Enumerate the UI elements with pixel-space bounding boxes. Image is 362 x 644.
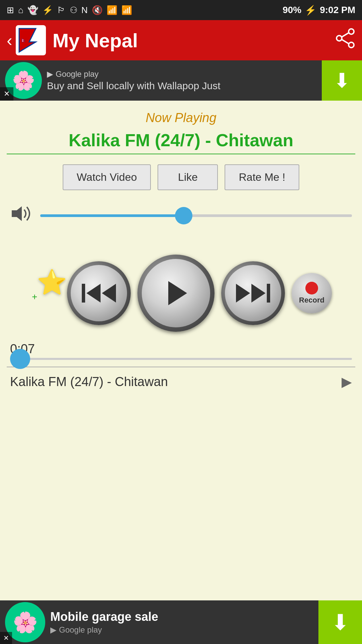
main-content: Now Playing Kalika FM (24/7) - Chitawan … <box>0 101 362 410</box>
bottom-ad-close-button[interactable]: ✕ <box>0 632 12 644</box>
now-playing-label: Now Playing <box>7 111 355 125</box>
player-controls: ⭐ + <box>7 245 355 338</box>
record-button[interactable]: Record <box>292 273 332 313</box>
bottom-ad-content: Mobile garage sale ▶ Google play <box>50 610 318 635</box>
usb-icon: ⚡ <box>42 5 53 15</box>
bottom-google-play-icon: ▶ <box>50 625 56 635</box>
snapchat-icon: 👻 <box>27 5 38 15</box>
download-arrow-icon: ⬇ <box>334 69 350 92</box>
svg-point-3 <box>349 29 354 34</box>
favorite-button[interactable]: ⭐ + <box>37 268 67 298</box>
nepal-flag-icon: 🇳🇵 <box>17 27 44 54</box>
volume-fill <box>40 214 184 217</box>
back-button[interactable]: ‹ <box>7 31 12 50</box>
svg-line-6 <box>342 33 349 37</box>
top-ad-banner: 🌸 ▶ Google play Buy and Sell locally wit… <box>0 60 362 101</box>
next-button-inner <box>225 265 281 321</box>
previous-button[interactable] <box>67 261 131 325</box>
progress-bar-container <box>7 358 355 360</box>
bottom-ad-title: Mobile garage sale <box>50 610 318 624</box>
signal-icon: 📶 <box>121 5 132 15</box>
action-buttons: Watch Video Like Rate Me ! <box>7 164 355 190</box>
home-icon: ⌂ <box>18 5 23 15</box>
play-button[interactable] <box>137 255 215 332</box>
track-info: Kalika FM (24/7) - Chitawan ▶ <box>7 367 355 396</box>
app-title: My Nepal <box>53 29 335 52</box>
ad-text: Buy and Sell locally with Wallapop Just <box>47 80 322 92</box>
share-button[interactable] <box>335 28 355 52</box>
progress-thumb <box>10 349 30 369</box>
rate-me-button[interactable]: Rate Me ! <box>225 164 299 190</box>
previous-icon <box>82 284 116 303</box>
svg-text:🇳🇵: 🇳🇵 <box>21 38 27 43</box>
add-favorite-icon: + <box>32 291 37 302</box>
app-bar: ‹ 🇳🇵 My Nepal <box>0 20 362 60</box>
bluetooth-icon: ⚇ <box>70 5 77 15</box>
svg-point-5 <box>349 42 354 48</box>
time-display: 0:07 <box>7 338 355 358</box>
wifi-icon: 📶 <box>107 5 117 15</box>
volume-control <box>7 204 355 228</box>
play-icon <box>168 281 187 305</box>
station-name: Kalika FM (24/7) - Chitawan <box>7 130 355 154</box>
ad-close-button[interactable]: ✕ <box>0 87 13 101</box>
star-icon: ⭐ <box>37 269 67 296</box>
mute-icon: 🔇 <box>92 5 103 15</box>
track-title: Kalika FM (24/7) - Chitawan <box>10 375 168 389</box>
volume-slider[interactable] <box>40 214 352 217</box>
bottom-ad-banner: 🌸 Mobile garage sale ▶ Google play ⬇ ✕ <box>0 600 362 644</box>
next-button[interactable] <box>221 261 285 325</box>
svg-point-4 <box>337 36 342 41</box>
prev-button-inner <box>71 265 127 321</box>
bottom-download-arrow-icon: ⬇ <box>331 610 349 635</box>
add-icon: ⊞ <box>7 5 14 15</box>
like-button[interactable]: Like <box>158 164 218 190</box>
volume-thumb <box>175 207 192 224</box>
play-button-inner <box>142 259 210 327</box>
charging-icon: ⚡ <box>305 5 316 16</box>
record-dot-icon <box>305 282 318 294</box>
svg-marker-8 <box>12 206 22 221</box>
time-display: 9:02 PM <box>320 5 355 15</box>
record-label: Record <box>299 296 324 305</box>
track-arrow-icon: ▶ <box>342 374 352 389</box>
flag-icon: 🏳 <box>57 5 66 15</box>
volume-icon <box>10 204 34 228</box>
next-icon <box>236 284 270 303</box>
status-bar: ⊞ ⌂ 👻 ⚡ 🏳 ⚇ N 🔇 📶 📶 90% ⚡ 9:02 PM <box>0 0 362 20</box>
svg-line-7 <box>342 40 349 44</box>
status-right: 90% ⚡ 9:02 PM <box>283 5 355 16</box>
bottom-ad-download-button[interactable]: ⬇ <box>318 600 362 644</box>
bottom-google-play-label: Google play <box>59 625 102 635</box>
nfc-icon: N <box>81 5 88 15</box>
google-play-icon: ▶ <box>47 69 53 79</box>
status-icons: ⊞ ⌂ 👻 ⚡ 🏳 ⚇ N 🔇 📶 📶 <box>7 5 132 15</box>
volume-track <box>40 214 352 217</box>
ad-content: ▶ Google play Buy and Sell locally with … <box>47 69 322 92</box>
watch-video-button[interactable]: Watch Video <box>63 164 151 190</box>
progress-track[interactable] <box>10 358 352 360</box>
app-logo: 🇳🇵 <box>16 25 46 55</box>
ad-download-button[interactable]: ⬇ <box>322 60 362 101</box>
google-play-label: ▶ Google play <box>47 69 322 79</box>
battery-percent: 90% <box>283 5 301 15</box>
bottom-ad-sub: ▶ Google play <box>50 625 318 635</box>
